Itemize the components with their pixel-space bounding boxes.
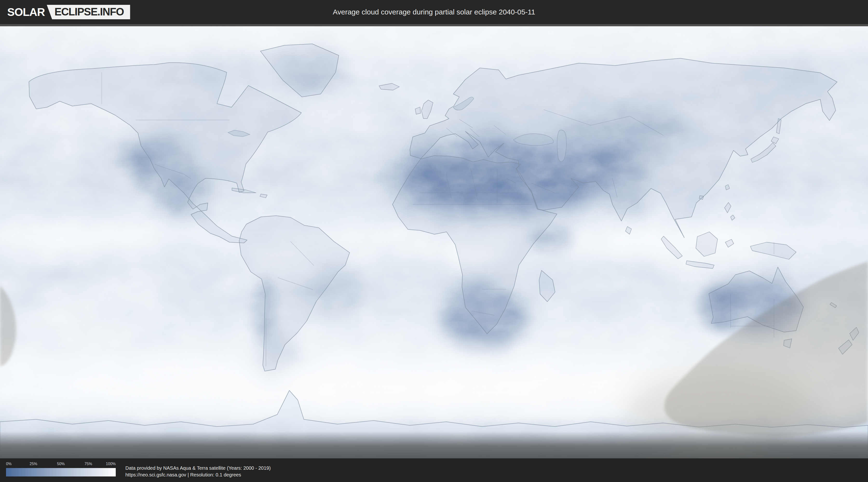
logo-text-eclipse-info: ECLIPSE.INFO xyxy=(55,6,124,18)
site-logo[interactable]: SOLAR ECLIPSE.INFO xyxy=(7,0,130,24)
logo-text-solar: SOLAR xyxy=(7,5,45,19)
data-attribution: Data provided by NASAs Aqua & Terra sate… xyxy=(125,464,271,478)
map-top-strip xyxy=(0,24,868,26)
legend-gradient-bar xyxy=(6,468,116,477)
logo-box: ECLIPSE.INFO xyxy=(47,5,130,19)
cloud-coverage-map xyxy=(0,24,868,458)
legend-tick-0: 0% xyxy=(6,462,11,466)
legend-tick-100: 100% xyxy=(106,462,116,466)
world-map-svg xyxy=(0,24,868,458)
cloud-coverage-legend: 0% 25% 50% 75% 100% xyxy=(6,462,116,477)
page-title: Average cloud coverage during partial so… xyxy=(0,0,868,24)
legend-tick-75: 75% xyxy=(84,462,92,466)
footer-bar: 0% 25% 50% 75% 100% Data provided by NAS… xyxy=(0,458,868,482)
attribution-line-2: https://neo.sci.gsfc.nasa.gov | Resoluti… xyxy=(125,472,271,478)
legend-tick-labels: 0% 25% 50% 75% 100% xyxy=(6,462,116,467)
header-bar: Average cloud coverage during partial so… xyxy=(0,0,868,24)
solar-eclipse-info-page: { "header": { "logo_primary": "SOLAR", "… xyxy=(0,0,868,482)
legend-tick-25: 25% xyxy=(30,462,37,466)
legend-tick-50: 50% xyxy=(57,462,65,466)
attribution-line-1: Data provided by NASAs Aqua & Terra sate… xyxy=(125,464,271,472)
